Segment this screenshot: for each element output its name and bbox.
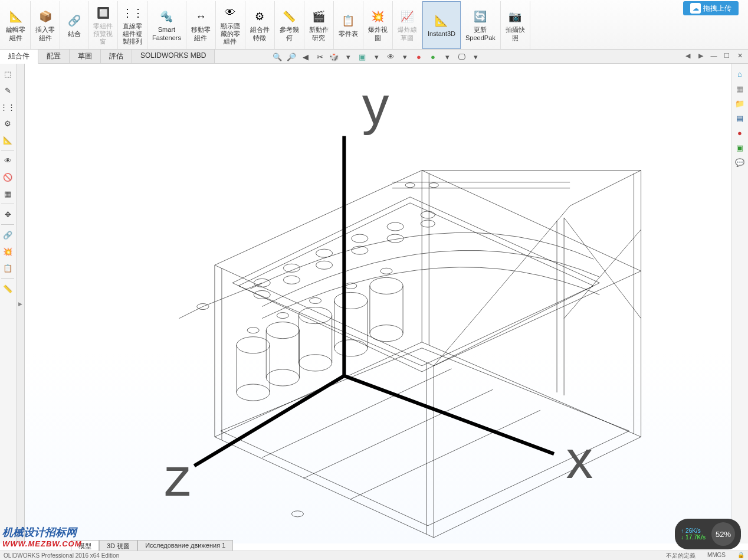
window-controls: ◀ ▶ — ☐ ✕ [683, 51, 744, 60]
pattern-icon[interactable]: ⋮⋮ [1, 100, 14, 113]
ribbon-新動作研究[interactable]: 🎬新動作 研究 [304, 1, 334, 49]
explode-icon[interactable]: 💥 [1, 245, 14, 258]
edit-appearance-icon[interactable]: ● [413, 51, 425, 62]
tab-評估[interactable]: 評估 [101, 50, 132, 63]
reference-icon[interactable]: 📐 [1, 133, 14, 146]
bottom-tab-Исследование движения 1[interactable]: Исследование движения 1 [137, 540, 233, 552]
view-orient-icon[interactable]: 🎲 [328, 51, 340, 62]
ribbon-icon: 📦 [37, 8, 54, 25]
design-lib-icon[interactable]: ▦ [733, 82, 746, 95]
upload-drag-button[interactable]: ☁ 拖拽上传 [683, 1, 739, 15]
orientation-triad[interactable]: y x z [42, 64, 748, 526]
ribbon-移動零組件[interactable]: ↔移動零 組件 [186, 1, 216, 49]
file-explorer-icon[interactable]: 📁 [733, 97, 746, 110]
ribbon-instant3d[interactable]: 📐Instant3D [422, 1, 461, 49]
hide-icon[interactable]: 🚫 [1, 171, 14, 184]
ribbon-label: 顯示隱 藏的零 組件 [221, 22, 240, 46]
speed-percent: 52% [711, 522, 735, 546]
view-icon[interactable]: 👁 [1, 154, 14, 167]
assembly-icon[interactable]: ⬚ [1, 67, 14, 80]
zoom-area-icon[interactable]: 🔎 [286, 51, 297, 62]
bom-icon[interactable]: 📋 [1, 261, 14, 274]
status-flag-icon[interactable]: 🔒 [737, 552, 744, 560]
ribbon-參考幾何[interactable]: 📏參考幾 何 [275, 1, 304, 49]
ribbon-更新speedpak[interactable]: 🔄更新 SpeedPak [461, 1, 501, 49]
ribbon-toolbar: 📐編輯零 組件📦插入零 組件🔗結合🔲零組件 預覽視 窗⋮⋮直線零 組件複 製排列… [0, 0, 748, 50]
ribbon-smartfasteners[interactable]: 🔩Smart Fasteners [147, 1, 186, 49]
ribbon-直線零組件複製排列[interactable]: ⋮⋮直線零 組件複 製排列 [118, 1, 147, 49]
motion-study-tabs: 模型3D 視圖Исследование движения 1 [71, 540, 233, 552]
mate-icon[interactable]: 🔗 [1, 228, 14, 241]
task-pane: ⌂ ▦ 📁 ▤ ● ▣ 💬 [731, 64, 748, 543]
left-toolbar: ⬚ ✎ ⋮⋮ ⚙ 📐 👁 🚫 ▦ ✥ 🔗 💥 📋 📏 [0, 64, 17, 543]
chevron-down-icon[interactable]: ▾ [342, 51, 354, 62]
close-icon[interactable]: ✕ [735, 51, 744, 60]
status-edition: OLIDWORKS Professional 2016 x64 Edition [4, 552, 119, 559]
ribbon-label: 插入零 組件 [35, 26, 55, 41]
sketch-icon[interactable]: ✎ [1, 84, 14, 97]
ribbon-icon: 🔩 [158, 8, 175, 25]
tab-組合件[interactable]: 組合件 [0, 50, 38, 64]
home-icon[interactable]: ⌂ [733, 67, 746, 80]
ribbon-插入零組件[interactable]: 📦插入零 組件 [31, 1, 60, 49]
prev-view-icon[interactable]: ◀ [300, 51, 311, 62]
ribbon-顯示隱藏的零組件[interactable]: 👁顯示隱 藏的零 組件 [216, 1, 245, 49]
ribbon-拍攝快照[interactable]: 📷拍攝快 照 [501, 1, 530, 49]
ribbon-編輯零組件[interactable]: 📐編輯零 組件 [1, 1, 31, 49]
zoom-fit-icon[interactable]: 🔍 [271, 51, 283, 62]
svg-text:y: y [362, 75, 389, 135]
tab-SOLIDWORKS MBD[interactable]: SOLIDWORKS MBD [132, 50, 215, 63]
ribbon-icon: 🎬 [310, 8, 327, 25]
appearances-icon[interactable]: ● [733, 126, 746, 139]
svg-line-59 [194, 376, 344, 466]
move-icon[interactable]: ✥ [1, 208, 14, 221]
bottom-tab-3D 視圖[interactable]: 3D 視圖 [99, 540, 137, 552]
ribbon-爆炸線草圖: 📈爆炸線 草圖 [393, 1, 422, 49]
forum-icon[interactable]: 💬 [733, 156, 746, 169]
chevron-down-icon[interactable]: ▾ [470, 51, 481, 62]
watermark-logo: 机械设计招标网 WWW.MEZBW.COM [2, 525, 82, 548]
ribbon-label: 組合件 特徵 [250, 26, 270, 41]
ribbon-icon: 🔲 [95, 5, 111, 21]
minimize-icon[interactable]: — [709, 51, 719, 60]
ribbon-組合件特徵[interactable]: ⚙組合件 特徵 [245, 1, 275, 49]
viewport-next-icon[interactable]: ▶ [696, 51, 706, 60]
custom-props-icon[interactable]: ▣ [733, 141, 746, 154]
chevron-down-icon[interactable]: ▾ [399, 51, 411, 62]
ribbon-label: 零件表 [339, 30, 358, 38]
feature-tree-handle[interactable]: ▶ [17, 64, 25, 543]
apply-scene-icon[interactable]: ● [427, 51, 439, 62]
maximize-icon[interactable]: ☐ [722, 51, 731, 60]
status-bar: OLIDWORKS Professional 2016 x64 Edition … [0, 551, 748, 560]
tab-配置[interactable]: 配置 [38, 50, 70, 63]
measure-icon[interactable]: 📏 [1, 282, 14, 295]
feature-icon[interactable]: ⚙ [1, 117, 14, 130]
viewport-prev-icon[interactable]: ◀ [683, 51, 693, 60]
separator-icon [1, 150, 14, 150]
ribbon-icon: ↔ [192, 8, 209, 25]
heads-up-view-toolbar: 🔍 🔎 ◀ ✂ 🎲 ▾ ▣ ▾ 👁 ▾ ● ● ▾ 🖵 ▾ [271, 50, 481, 64]
ribbon-零組件預覽視窗: 🔲零組件 預覽視 窗 [88, 1, 118, 49]
3d-viewport[interactable]: y x z [25, 64, 748, 543]
ribbon-icon: ⚙ [251, 8, 268, 25]
ribbon-爆炸視圖[interactable]: 💥爆炸視 圖 [363, 1, 393, 49]
tab-草圖[interactable]: 草圖 [70, 50, 101, 63]
speed-readout: ↑ 26K/s ↓ 17.7K/s [681, 528, 706, 541]
isolate-icon[interactable]: ▦ [1, 187, 14, 200]
chevron-down-icon[interactable]: ▾ [370, 51, 382, 62]
workspace: ⬚ ✎ ⋮⋮ ⚙ 📐 👁 🚫 ▦ ✥ 🔗 💥 📋 📏 ▶ [0, 64, 748, 543]
display-style-icon[interactable]: ▣ [356, 51, 368, 62]
ribbon-icon: 💥 [369, 8, 386, 25]
view-settings-icon[interactable]: 🖵 [455, 51, 467, 62]
ribbon-零件表[interactable]: 📋零件表 [334, 1, 363, 49]
ribbon-結合[interactable]: 🔗結合 [60, 1, 88, 49]
status-units[interactable]: MMGS [707, 552, 726, 560]
network-speed-widget[interactable]: ↑ 26K/s ↓ 17.7K/s 52% [675, 519, 741, 549]
view-palette-icon[interactable]: ▤ [733, 112, 746, 125]
watermark-line1: 机械设计招标网 [2, 525, 82, 539]
chevron-down-icon[interactable]: ▾ [441, 51, 453, 62]
ribbon-icon: 📷 [507, 8, 523, 25]
ribbon-label: 爆炸線 草圖 [398, 26, 417, 41]
section-view-icon[interactable]: ✂ [314, 51, 326, 62]
hide-show-icon[interactable]: 👁 [385, 51, 396, 62]
